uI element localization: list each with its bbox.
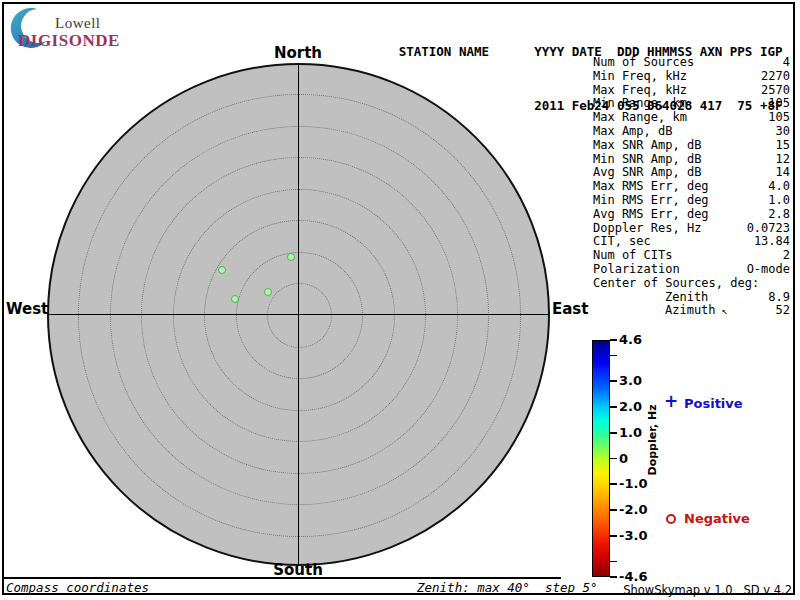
- colorbar-tick-label: -1.0: [619, 476, 647, 491]
- stat-row: Min Range, km105: [593, 97, 790, 111]
- source-point: [218, 266, 226, 274]
- colorbar-tick: [610, 432, 617, 434]
- stat-value: 2570: [761, 84, 790, 98]
- colorbar-tick-label: 1.0: [619, 425, 642, 440]
- positive-plus-icon: +: [664, 393, 678, 410]
- stat-row: Zenith8.9: [593, 291, 790, 305]
- stat-row: Min Freq, kHz2270: [593, 70, 790, 84]
- stat-row: Min RMS Err, deg1.0: [593, 194, 790, 208]
- colorbar-tick-label: 4.6: [619, 332, 642, 347]
- north-south-axis-line: [298, 65, 300, 564]
- stat-label: Zenith: [665, 291, 708, 305]
- stat-label: Azimuth ↖: [665, 304, 728, 318]
- stat-label: Avg RMS Err, deg: [593, 208, 709, 222]
- stats-panel: Num of Sources4Min Freq, kHz2270Max Freq…: [593, 56, 790, 318]
- legend-negative-label: Negative: [684, 511, 750, 526]
- stat-row: Max Amp, dB30: [593, 125, 790, 139]
- stat-row: Max Range, km105: [593, 111, 790, 125]
- stat-value: 2270: [761, 70, 790, 84]
- stat-row: PolarizationO-mode: [593, 263, 790, 277]
- stat-label: Max SNR Amp, dB: [593, 139, 701, 153]
- stat-label: Min Freq, kHz: [593, 70, 687, 84]
- stat-label: Polarization: [593, 263, 680, 277]
- colorbar-tick: [610, 458, 617, 460]
- stat-value: 14: [776, 166, 790, 180]
- stat-row: Num of Sources4: [593, 56, 790, 70]
- source-point: [231, 295, 239, 303]
- stat-value: 15: [776, 139, 790, 153]
- stat-label: Min RMS Err, deg: [593, 194, 709, 208]
- stat-label: Doppler Res, Hz: [593, 222, 701, 236]
- stat-value: O-mode: [747, 263, 790, 277]
- stat-value: 105: [768, 97, 790, 111]
- stat-row: Max SNR Amp, dB15: [593, 139, 790, 153]
- azimuth-arrow-icon: ↖: [716, 305, 728, 316]
- colorbar-tick: [610, 535, 617, 537]
- footer-divider: [3, 577, 561, 579]
- stat-row: Azimuth ↖52: [593, 304, 790, 318]
- stat-row: Max Freq, kHz2570: [593, 84, 790, 98]
- colorbar-tick: [610, 576, 617, 578]
- stat-row: Min SNR Amp, dB12: [593, 153, 790, 167]
- zenith-ring-35deg: [78, 94, 520, 536]
- colorbar-tick: [610, 339, 617, 341]
- colorbar-tick-label: -2.0: [619, 502, 647, 517]
- stat-row: Doppler Res, Hz0.0723: [593, 222, 790, 236]
- doppler-colorbar: [592, 340, 610, 577]
- source-point: [264, 288, 272, 296]
- brand-digisonde: DIGISONDE: [18, 31, 120, 51]
- stat-label: Max Freq, kHz: [593, 84, 687, 98]
- stat-value: 2: [783, 249, 790, 263]
- negative-circle-icon: [666, 514, 676, 524]
- brand-lowell: Lowell: [55, 15, 101, 32]
- source-point: [287, 253, 295, 261]
- compass-label-north: North: [268, 44, 328, 62]
- colorbar-tick-label: 3.0: [619, 373, 642, 388]
- colorbar-tick-label: -3.0: [619, 528, 647, 543]
- colorbar-tick: [610, 406, 617, 408]
- colorbar-axis-label: Doppler, Hz: [646, 406, 659, 476]
- stat-row: Num of CITs2: [593, 249, 790, 263]
- colorbar-tick-label: -4.6: [619, 569, 647, 584]
- stat-value: 1.0: [768, 194, 790, 208]
- legend-positive-label: Positive: [684, 396, 743, 411]
- colorbar-tick-label: 2.0: [619, 399, 642, 414]
- colorbar-tick: [610, 380, 617, 382]
- colorbar-tick: [610, 355, 617, 357]
- compass-label-west: West: [6, 300, 44, 318]
- stat-label: Min Range, km: [593, 97, 687, 111]
- stat-label: CIT, sec: [593, 235, 651, 249]
- stat-value: 0.0723: [747, 222, 790, 236]
- stat-value: 12: [776, 153, 790, 167]
- stat-label: Num of Sources: [593, 56, 694, 70]
- compass-label-east: East: [552, 300, 592, 318]
- stat-label: Center of Sources, deg:: [593, 277, 759, 291]
- stat-value: 105: [768, 111, 790, 125]
- lowell-digisonde-logo: Lowell DIGISONDE: [8, 6, 138, 50]
- stat-value: 13.84: [754, 235, 790, 249]
- stat-label: Avg SNR Amp, dB: [593, 166, 701, 180]
- skymap-screen: Lowell DIGISONDE STATION NAME YYYY DATE …: [0, 0, 800, 600]
- stat-value: 52: [776, 304, 790, 318]
- colorbar-tick: [610, 509, 617, 511]
- stat-value: 30: [776, 125, 790, 139]
- stat-row: Avg RMS Err, deg2.8: [593, 208, 790, 222]
- stat-value: 8.9: [768, 291, 790, 305]
- stat-label: Num of CITs: [593, 249, 672, 263]
- stat-value: 4.0: [768, 180, 790, 194]
- stat-label: Min SNR Amp, dB: [593, 153, 701, 167]
- colorbar-tick: [610, 483, 617, 485]
- stat-value: 4: [783, 56, 790, 70]
- zenith-scale-note: Zenith: max 40° step 5°: [417, 580, 598, 595]
- colorbar-tick-label: 0: [619, 451, 628, 466]
- stat-row: Max RMS Err, deg4.0: [593, 180, 790, 194]
- stat-label: Max Amp, dB: [593, 125, 672, 139]
- stat-row: CIT, sec13.84: [593, 235, 790, 249]
- version-note: ShowSkymap v 1.0 SD v 4.2: [620, 583, 792, 597]
- stat-value: 2.8: [768, 208, 790, 222]
- stat-row: Avg SNR Amp, dB14: [593, 166, 790, 180]
- stat-label: Max Range, km: [593, 111, 687, 125]
- coordinates-note: Compass coordinates: [6, 580, 149, 595]
- stat-label: Max RMS Err, deg: [593, 180, 709, 194]
- colorbar-tick: [610, 561, 617, 563]
